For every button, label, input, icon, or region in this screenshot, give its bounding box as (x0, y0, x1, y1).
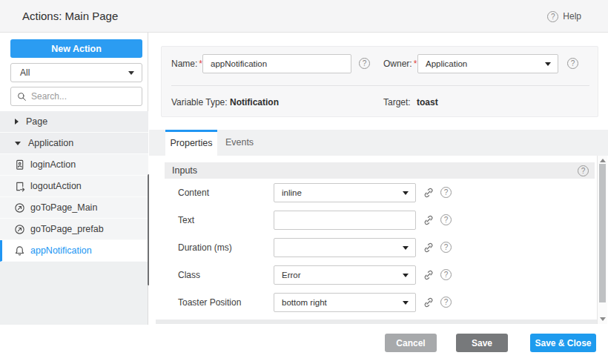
tree-group-page[interactable]: Page (0, 111, 148, 133)
class-label: Class (178, 265, 271, 285)
variable-type-value: Notification (230, 93, 279, 112)
navigate-icon (13, 202, 26, 214)
tree-item-appNotification-selected[interactable]: appNotification (0, 240, 148, 262)
class-dropdown[interactable]: Error (274, 265, 416, 285)
help-button[interactable]: Help (547, 0, 581, 33)
duration-dropdown[interactable] (274, 238, 416, 257)
action-detail-panel: Name:* Owner:* Application Variable Type… (149, 33, 608, 325)
tree-group-label: Application (28, 138, 73, 148)
duration-help-icon[interactable] (440, 242, 452, 253)
tree-item-label: goToPage_Main (30, 202, 97, 213)
tree-item-label: appNotification (30, 245, 92, 256)
chevron-down-icon (403, 246, 409, 250)
content-bind-link-icon[interactable] (423, 187, 434, 199)
tree-item-goToPage_prefab[interactable]: goToPage_prefab (0, 219, 148, 240)
dialog-header: Actions: Main Page Help (0, 0, 608, 33)
chevron-down-icon (545, 62, 551, 66)
tab-properties[interactable]: Properties (165, 130, 217, 156)
text-field[interactable] (274, 211, 416, 230)
save-and-close-button[interactable]: Save & Close (530, 334, 596, 352)
inputs-help-icon[interactable] (578, 165, 589, 176)
login-icon (13, 159, 26, 171)
class-help-icon[interactable] (440, 269, 452, 280)
toaster-position-value: bottom right (282, 298, 327, 307)
dialog-footer: Cancel Save Save & Close (0, 325, 608, 364)
toaster-position-dropdown[interactable]: bottom right (274, 293, 416, 312)
class-value: Error (282, 271, 301, 279)
logout-icon (13, 180, 26, 193)
text-label: Text (178, 211, 271, 230)
text-help-icon[interactable] (440, 214, 452, 225)
help-icon (547, 11, 558, 22)
owner-label: Owner:* (383, 54, 417, 73)
duration-bind-link-icon[interactable] (423, 242, 434, 254)
text-bind-link-icon[interactable] (423, 214, 434, 226)
new-action-button[interactable]: New Action (10, 39, 142, 58)
search-input[interactable] (31, 91, 128, 102)
toaster-position-help-icon[interactable] (440, 297, 452, 308)
scroll-up-icon[interactable] (600, 159, 606, 162)
variable-type-row: Variable Type: Notification Target: toas… (162, 93, 598, 112)
tree-group-label: Page (26, 116, 47, 127)
scroll-down-icon[interactable] (600, 317, 606, 321)
owner-help-icon[interactable] (567, 58, 578, 69)
name-owner-row: Name:* Owner:* Application (162, 54, 598, 73)
content-label: Content (178, 183, 271, 202)
owner-dropdown[interactable]: Application (417, 54, 558, 73)
inputs-title: Inputs (172, 162, 197, 179)
tab-bar: Properties Events (149, 130, 608, 156)
chevron-down-icon (403, 191, 409, 195)
target-value: toast (417, 93, 438, 112)
name-field[interactable] (202, 54, 351, 73)
owner-value: Application (426, 59, 467, 68)
actions-sidebar: New Action All Page Application loginAct… (0, 33, 148, 325)
required-asterisk: * (414, 59, 417, 69)
target-label: Target: (383, 93, 411, 112)
triangle-down-icon (15, 142, 21, 145)
help-label: Help (563, 11, 581, 21)
filter-dropdown[interactable]: All (10, 63, 142, 82)
content-help-icon[interactable] (440, 187, 452, 198)
chevron-down-icon (128, 71, 134, 75)
toaster-position-label: Toaster Position (178, 293, 271, 312)
search-icon (17, 92, 27, 102)
action-summary-form: Name:* Owner:* Application Variable Type… (161, 46, 598, 117)
sidebar-background (0, 262, 148, 325)
triangle-right-icon (15, 119, 19, 125)
cancel-button[interactable]: Cancel (385, 334, 437, 352)
save-button[interactable]: Save (456, 334, 508, 352)
content-bottom-edge (156, 320, 598, 324)
tree-item-logoutAction[interactable]: logoutAction (0, 176, 148, 197)
tree-item-label: goToPage_prefab (30, 224, 104, 234)
action-tree: Page Application loginAction logoutActio… (0, 111, 148, 262)
tree-item-goToPage_Main[interactable]: goToPage_Main (0, 197, 148, 219)
tree-item-loginAction[interactable]: loginAction (0, 154, 148, 176)
name-label: Name:* (171, 54, 202, 73)
tree-item-label: loginAction (30, 159, 76, 170)
form-divider (171, 85, 589, 86)
bell-icon (13, 245, 26, 257)
name-help-icon[interactable] (359, 58, 370, 69)
inputs-panel: Inputs Content inline Text Duration (ms)… (165, 162, 595, 318)
search-box (10, 87, 142, 106)
tree-group-application[interactable]: Application (0, 133, 148, 154)
inputs-panel-header: Inputs (165, 162, 595, 179)
class-bind-link-icon[interactable] (423, 269, 434, 281)
chevron-down-icon (403, 274, 409, 277)
chevron-down-icon (403, 301, 409, 305)
navigate-icon (13, 223, 26, 236)
scrollbar-thumb[interactable] (599, 164, 606, 302)
variable-type-label: Variable Type: (171, 93, 228, 112)
duration-label: Duration (ms) (178, 238, 271, 257)
filter-value: All (20, 67, 30, 78)
page-title: Actions: Main Page (22, 0, 118, 33)
tree-item-label: logoutAction (30, 181, 82, 191)
properties-scrollbar[interactable] (597, 156, 607, 324)
toaster-position-bind-link-icon[interactable] (423, 297, 434, 308)
content-value: inline (282, 188, 302, 197)
content-dropdown[interactable]: inline (274, 183, 416, 202)
tab-events[interactable]: Events (217, 130, 262, 156)
